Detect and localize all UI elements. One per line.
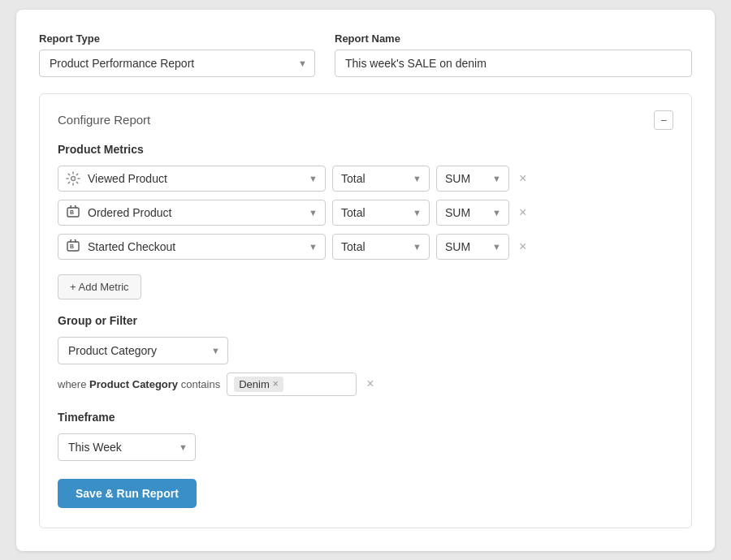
main-container: Report Type Product Performance Report S… [16,10,715,551]
denim-tag: Denim × [234,377,283,392]
filter-row: where Product Category contains Denim × … [58,373,673,396]
started-checkout-remove-button[interactable]: × [516,237,530,256]
started-checkout-function-wrapper[interactable]: SUM AVG MIN MAX ▼ [436,234,509,260]
started-checkout-select-wrapper[interactable]: B Started Checkout Viewed Product Ordere… [58,234,326,260]
started-checkout-function-select[interactable]: SUM AVG MIN MAX [436,234,509,260]
metric-row-viewed-product: Viewed Product Ordered Product Started C… [58,166,673,192]
timeframe-select-wrapper[interactable]: This Week Last Week This Month Last Mont… [58,433,196,461]
report-type-label: Report Type [39,32,315,45]
group-filter-select-wrapper[interactable]: Product Category Product Name Product SK… [58,337,228,364]
viewed-product-aggregation-wrapper[interactable]: Total Unique Per User ▼ [332,166,430,192]
viewed-product-function-wrapper[interactable]: SUM AVG MIN MAX ▼ [436,166,509,192]
ordered-product-select[interactable]: Ordered Product Viewed Product Started C… [58,200,326,226]
ordered-product-aggregation-wrapper[interactable]: Total Unique Per User ▼ [332,200,430,226]
started-checkout-aggregation-select[interactable]: Total Unique Per User [332,234,430,260]
ordered-product-function-select[interactable]: SUM AVG MIN MAX [436,200,509,226]
top-row: Report Type Product Performance Report S… [39,32,692,77]
viewed-product-select[interactable]: Viewed Product Ordered Product Started C… [58,166,326,192]
report-type-select-wrapper[interactable]: Product Performance Report Sales Report … [39,50,315,77]
ordered-product-select-wrapper[interactable]: B Ordered Product Viewed Product Started… [58,200,326,226]
ordered-product-function-wrapper[interactable]: SUM AVG MIN MAX ▼ [436,200,509,226]
collapse-button[interactable]: − [654,110,673,130]
group-filter-select[interactable]: Product Category Product Name Product SK… [58,337,228,364]
started-checkout-aggregation-wrapper[interactable]: Total Unique Per User ▼ [332,234,430,260]
configure-header: Configure Report − [58,110,673,130]
viewed-product-remove-button[interactable]: × [516,169,530,188]
ordered-product-remove-button[interactable]: × [516,203,530,222]
filter-field-name: Product Category [89,378,178,390]
viewed-product-function-select[interactable]: SUM AVG MIN MAX [436,166,509,192]
product-metrics-section: Product Metrics Viewed Product Ordered P… [58,143,673,299]
filter-tag-input[interactable]: Denim × [227,373,357,396]
save-run-button[interactable]: Save & Run Report [58,479,197,508]
report-name-label: Report Name [335,32,692,45]
timeframe-title: Timeframe [58,411,673,424]
filter-where-text: where Product Category contains [58,378,220,390]
ordered-product-aggregation-select[interactable]: Total Unique Per User [332,200,430,226]
configure-section: Configure Report − Product Metrics Viewe… [39,93,692,528]
denim-tag-label: Denim [239,378,270,390]
add-metric-button[interactable]: + Add Metric [58,274,141,299]
report-type-select[interactable]: Product Performance Report Sales Report … [39,50,315,77]
viewed-product-aggregation-select[interactable]: Total Unique Per User [332,166,430,192]
report-name-group: Report Name [335,32,692,77]
denim-tag-remove-icon[interactable]: × [273,379,279,389]
viewed-product-select-wrapper[interactable]: Viewed Product Ordered Product Started C… [58,166,326,192]
metric-row-started-checkout: B Started Checkout Viewed Product Ordere… [58,234,673,260]
report-type-group: Report Type Product Performance Report S… [39,32,315,77]
configure-title: Configure Report [58,113,150,127]
group-filter-title: Group or Filter [58,314,673,327]
metric-row-ordered-product: B Ordered Product Viewed Product Started… [58,200,673,226]
report-name-input[interactable] [335,50,692,77]
filter-clear-button[interactable]: × [363,375,377,393]
started-checkout-select[interactable]: Started Checkout Viewed Product Ordered … [58,234,326,260]
timeframe-select[interactable]: This Week Last Week This Month Last Mont… [58,433,196,461]
group-filter-section: Group or Filter Product Category Product… [58,314,673,396]
product-metrics-title: Product Metrics [58,143,673,156]
timeframe-section: Timeframe This Week Last Week This Month… [58,411,673,461]
